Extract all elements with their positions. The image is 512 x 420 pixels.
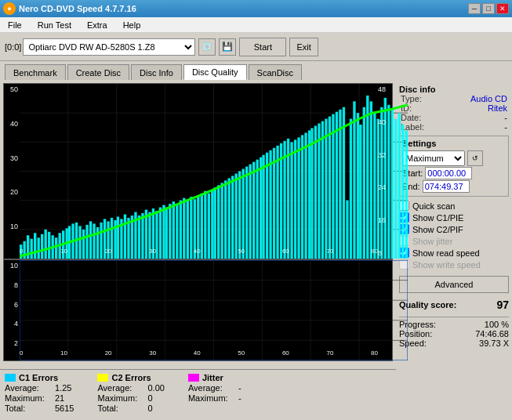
maximize-button[interactable]: □: [482, 3, 495, 14]
show-read-speed-row: Show read speed: [399, 248, 509, 258]
svg-rect-96: [310, 128, 313, 259]
quality-score-row: Quality score: 97: [399, 299, 509, 311]
svg-rect-110: [359, 125, 361, 259]
jitter-average-value: -: [238, 383, 241, 393]
svg-rect-122: [401, 125, 404, 259]
show-c2-row: Show C2/PIF: [399, 224, 509, 234]
show-jitter-row: Show jitter: [399, 236, 509, 246]
svg-rect-100: [325, 119, 327, 259]
settings-title: Settings: [402, 139, 506, 148]
chart-bottom: 10 8 6 4 2: [3, 259, 393, 361]
close-button[interactable]: ✕: [496, 3, 509, 14]
drive-dropdown[interactable]: Optiarc DVD RW AD-5280S 1.Z8: [23, 38, 195, 56]
svg-rect-79: [252, 162, 255, 259]
minimize-button[interactable]: ─: [468, 3, 481, 14]
svg-rect-81: [260, 158, 262, 259]
tab-scan-disc[interactable]: ScanDisc: [249, 64, 302, 80]
svg-rect-104: [339, 110, 341, 259]
tab-create-disc[interactable]: Create Disc: [67, 64, 129, 80]
svg-rect-74: [235, 173, 238, 259]
progress-section: Progress: 100 % Position: 74:46.68 Speed…: [399, 317, 509, 348]
menu-file[interactable]: File: [3, 19, 27, 31]
c1-chart-svg: [20, 84, 408, 259]
speed-dropdown[interactable]: Maximum: [402, 150, 465, 166]
svg-rect-111: [363, 107, 365, 259]
c1-maximum-value: 21: [55, 393, 74, 403]
start-input[interactable]: [425, 167, 472, 179]
settings-section: Settings Maximum ↺ Start: End:: [399, 136, 509, 197]
disc-icon[interactable]: 💿: [198, 38, 216, 56]
tab-disc-quality[interactable]: Disc Quality: [183, 64, 247, 80]
show-write-speed-label: Show write speed: [412, 260, 481, 270]
c1-legend: C1 Errors Average: 1.25 Maximum: 21 Tota…: [5, 373, 74, 417]
c2-average-label: Average:: [97, 383, 144, 393]
disc-info-section: Disc info Type: Audio CD ID: Ritek Date:…: [399, 83, 509, 132]
show-read-speed-label: Show read speed: [412, 248, 480, 258]
drive-label: [0:0]: [5, 42, 21, 52]
c1-color: [5, 374, 16, 382]
progress-row: Progress: 100 %: [399, 320, 509, 329]
menu-extra[interactable]: Extra: [82, 19, 112, 31]
menu-run-test[interactable]: Run Test: [33, 19, 76, 31]
position-value: 74:46.68: [475, 329, 509, 339]
svg-rect-97: [314, 126, 317, 259]
start-button[interactable]: Start: [239, 38, 286, 56]
svg-rect-112: [366, 96, 369, 259]
tab-benchmark[interactable]: Benchmark: [5, 64, 66, 80]
chart-top: 50 40 30 20 10 48 40 32 24 16 8: [3, 83, 393, 259]
svg-rect-114: [373, 113, 376, 259]
svg-rect-90: [290, 142, 292, 259]
c2-maximum-value: 0: [147, 393, 164, 403]
end-input[interactable]: [423, 180, 470, 193]
c2-legend: C2 Errors Average: 0.00 Maximum: 0 Total…: [97, 373, 164, 417]
show-c2-label: Show C2/PIF: [412, 225, 463, 234]
c1-average-label: Average:: [5, 383, 52, 393]
advanced-button[interactable]: Advanced: [399, 276, 509, 293]
show-write-speed-row: Show write speed: [399, 259, 509, 270]
disc-label-value: -: [504, 122, 507, 132]
c2-maximum-label: Maximum:: [97, 393, 144, 403]
show-c1-label: Show C1/PIE: [412, 213, 463, 223]
svg-rect-80: [256, 160, 259, 259]
disc-date-row: Date: -: [399, 113, 509, 122]
c2-total-value: 0: [147, 404, 164, 413]
quick-scan-label: Quick scan: [412, 201, 455, 211]
svg-rect-86: [276, 146, 278, 259]
svg-rect-77: [245, 167, 248, 259]
c2-chart-svg: [20, 260, 408, 360]
menu-help[interactable]: Help: [118, 19, 146, 31]
save-icon[interactable]: 💾: [219, 38, 236, 56]
quality-score-label: Quality score:: [399, 300, 456, 310]
quick-scan-row: Quick scan: [399, 201, 509, 211]
jitter-maximum-value: -: [238, 393, 241, 403]
svg-rect-91: [294, 139, 296, 259]
svg-rect-72: [228, 178, 231, 259]
position-row: Position: 74:46.68: [399, 329, 509, 339]
speed-row: Maximum ↺: [402, 150, 506, 166]
svg-rect-85: [273, 148, 275, 259]
svg-rect-99: [321, 121, 324, 259]
jitter-maximum-label: Maximum:: [188, 393, 235, 403]
svg-rect-75: [238, 172, 241, 259]
main-content: 50 40 30 20 10 48 40 32 24 16 8: [0, 80, 512, 420]
jitter-color: [188, 374, 199, 382]
disc-date-value: -: [504, 113, 507, 122]
window-title: Nero CD-DVD Speed 4.7.7.16: [19, 4, 136, 13]
c2-average-value: 0.00: [147, 383, 164, 393]
jitter-average-label: Average:: [188, 383, 235, 393]
tab-disc-info[interactable]: Disc Info: [131, 64, 182, 80]
c2-title: C2 Errors: [111, 373, 151, 382]
info-panel: Disc info Type: Audio CD ID: Ritek Date:…: [396, 80, 512, 420]
c2-color: [97, 374, 108, 382]
refresh-button[interactable]: ↺: [467, 150, 483, 166]
disc-info-title: Disc info: [399, 85, 509, 94]
svg-rect-87: [280, 143, 282, 259]
title-bar: ● Nero CD-DVD Speed 4.7.7.16 ─ □ ✕: [0, 0, 512, 17]
jitter-legend: Jitter Average: - Maximum: -: [188, 373, 241, 417]
tab-bar: Benchmark Create Disc Disc Info Disc Qua…: [0, 61, 512, 80]
app-icon: ●: [3, 2, 16, 15]
exit-button[interactable]: Exit: [289, 38, 318, 56]
disc-type-value: Audio CD: [470, 94, 507, 103]
checkboxes-section: Quick scan Show C1/PIE Show C2/PIF Show …: [399, 199, 509, 271]
svg-rect-113: [370, 101, 372, 259]
